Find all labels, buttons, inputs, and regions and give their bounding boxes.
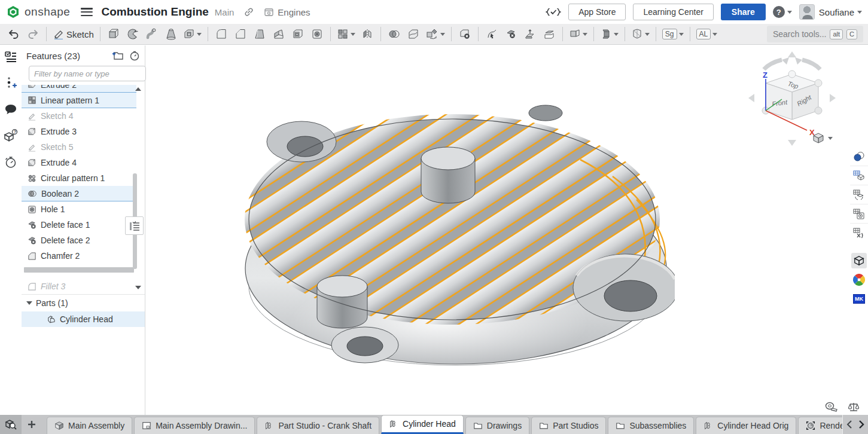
feature-row[interactable]: Delete face 2 <box>22 233 136 248</box>
feature-row[interactable]: Extrude 3 <box>22 124 136 139</box>
user-menu[interactable]: Soufiane <box>799 4 862 20</box>
scroll-down-arrow[interactable] <box>135 286 141 289</box>
featurescript-icon[interactable] <box>546 6 561 18</box>
tab-main-assembly-drawing[interactable]: Main Assembly Drawin... <box>134 417 255 434</box>
boolean-button[interactable] <box>385 25 403 43</box>
feature-list-toggle[interactable] <box>3 49 19 65</box>
part-row[interactable]: Cylinder Head <box>22 311 145 327</box>
tab-scroll-right-icon[interactable] <box>858 420 864 429</box>
feature-row[interactable]: Fillet 3 <box>22 279 136 294</box>
feature-row[interactable]: Extrude 2 <box>22 85 136 93</box>
scroll-up-arrow[interactable] <box>135 87 141 91</box>
filter-input[interactable] <box>29 66 146 81</box>
add-folder-icon[interactable] <box>111 50 123 60</box>
feature-row[interactable]: Sketch 5 <box>22 139 136 155</box>
revolve-button[interactable] <box>124 25 142 43</box>
tab-render-studio[interactable]: Render Studio <box>798 417 842 434</box>
feature-row[interactable]: Linear pattern 1 <box>22 93 136 108</box>
learning-cube-button[interactable]: ? <box>3 128 19 143</box>
rollback-bar[interactable] <box>24 267 134 273</box>
modify-fillet-button[interactable] <box>483 25 501 43</box>
share-link-icon[interactable] <box>243 7 254 17</box>
tab-main-assembly[interactable]: Main Assembly <box>47 417 132 434</box>
curve-tools-button[interactable] <box>629 25 651 43</box>
mk-plugin-label: MK <box>853 294 865 304</box>
versions-panel-button[interactable] <box>3 75 19 91</box>
feature-row[interactable]: Extrude 4 <box>22 155 136 170</box>
configured-features-panel-button[interactable] <box>850 185 868 204</box>
tab-part-studio-crank-shaft[interactable]: Part Studio - Crank Shaft <box>257 417 379 434</box>
view-cube-body[interactable]: Top Front Right <box>762 71 822 120</box>
move-face-button[interactable] <box>521 25 539 43</box>
tab-part-studios[interactable]: Part Studios <box>531 417 606 434</box>
feature-label: Linear pattern 1 <box>41 96 99 105</box>
cylinder-head-model[interactable] <box>242 89 675 369</box>
feature-row[interactable]: Hole 1 <box>22 201 136 217</box>
search-tools-input[interactable]: Search tools... alt C <box>767 26 863 42</box>
appearance-panel-button[interactable] <box>850 147 868 166</box>
chamfer-button[interactable] <box>232 25 249 43</box>
tab-drawings[interactable]: Drawings <box>465 417 529 434</box>
draft-button[interactable] <box>251 25 269 43</box>
plane-tools-button[interactable] <box>567 25 589 43</box>
share-button[interactable]: Share <box>721 4 766 20</box>
workspace-name[interactable]: Main <box>215 7 234 17</box>
learning-center-button[interactable]: Learning Center <box>633 4 713 20</box>
chevron-down-icon <box>614 33 619 36</box>
named-views-button[interactable] <box>850 251 868 270</box>
feature-row[interactable]: Boolean 2 <box>22 186 136 201</box>
sheet-goods-button[interactable]: Sg <box>660 25 686 43</box>
al-tools-button[interactable]: AL <box>695 25 720 43</box>
loft-button[interactable] <box>162 25 180 43</box>
configured-hole-table-button[interactable] <box>850 204 868 224</box>
view-options-menu[interactable] <box>812 132 833 144</box>
variables-panel-button[interactable] <box>850 224 868 243</box>
feature-list-flyout-toggle[interactable] <box>125 216 144 235</box>
redo-button[interactable] <box>24 25 42 43</box>
mass-properties-icon[interactable] <box>848 402 860 412</box>
delete-part-button[interactable] <box>456 25 474 43</box>
linear-pattern-button[interactable] <box>335 25 357 43</box>
feature-history-icon[interactable] <box>129 50 140 61</box>
tab-cylinder-head[interactable]: Cylinder Head <box>381 415 464 434</box>
tab-search-button[interactable] <box>0 415 22 434</box>
mirror-button[interactable] <box>358 25 376 43</box>
feature-row[interactable]: Chamfer 2 <box>22 248 136 264</box>
color-tools-button[interactable] <box>850 270 868 289</box>
hole-button[interactable] <box>308 25 326 43</box>
parts-section-header[interactable]: Parts (1) <box>22 295 145 311</box>
tab-cylinder-head-orig[interactable]: Cylinder Head Orig <box>696 417 796 434</box>
surface-tools-button[interactable] <box>598 25 620 43</box>
extrude-button[interactable] <box>105 25 123 43</box>
measure-icon[interactable] <box>825 402 838 412</box>
feature-row[interactable]: Delete face 1 <box>22 217 136 233</box>
tab-scroll-left-icon[interactable] <box>846 420 852 429</box>
breadcrumb[interactable]: Engines <box>264 7 310 17</box>
tab-label: Render Studio <box>820 421 842 430</box>
feature-label: Extrude 4 <box>41 158 77 167</box>
thicken-button[interactable] <box>181 25 203 43</box>
comments-panel-button[interactable] <box>3 102 19 117</box>
configurations-panel-button[interactable] <box>850 166 868 185</box>
rib-button[interactable] <box>270 25 288 43</box>
app-store-button[interactable]: App Store <box>568 4 626 20</box>
mk-plugin-button[interactable]: MK <box>850 289 868 308</box>
main-menu-icon[interactable] <box>81 8 93 16</box>
add-tab-button[interactable] <box>22 415 42 434</box>
help-menu[interactable]: ? <box>773 6 792 18</box>
fillet-button[interactable] <box>212 25 230 43</box>
delete-face-button[interactable] <box>502 25 520 43</box>
split-button[interactable] <box>404 25 422 43</box>
sweep-button[interactable] <box>143 25 161 43</box>
feature-row[interactable]: Sketch 4 <box>22 108 136 124</box>
replace-face-button[interactable] <box>540 25 558 43</box>
tab-subassemblies[interactable]: Subassemblies <box>608 417 694 434</box>
graphics-area[interactable]: Top Front Right Z X <box>0 45 868 415</box>
history-button[interactable] <box>3 154 19 170</box>
sketch-button[interactable]: Sketch <box>51 25 96 43</box>
undo-button[interactable] <box>5 25 23 43</box>
onshape-logo[interactable]: onshape <box>6 5 70 19</box>
feature-row[interactable]: Circular pattern 1 <box>22 170 136 186</box>
transform-button[interactable] <box>424 25 447 43</box>
shell-button[interactable] <box>289 25 307 43</box>
